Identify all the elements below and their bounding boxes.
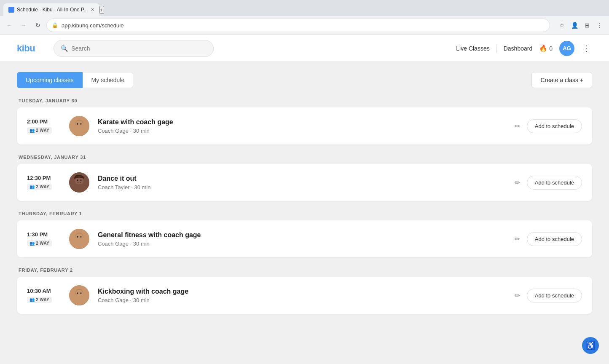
class-time-block: 10:30 AM 👥 2 WAY <box>27 288 61 303</box>
class-type-badge: 👥 2 WAY <box>27 297 52 303</box>
new-tab-button[interactable]: + <box>99 6 105 14</box>
class-type-label: 2 WAY <box>36 185 49 189</box>
svg-point-3 <box>77 123 78 125</box>
class-time: 12:30 PM <box>27 175 61 181</box>
search-bar[interactable]: 🔍 <box>54 40 214 57</box>
tab-title: Schedule - Kibu - All-In-One P... <box>17 7 88 13</box>
edit-class-button[interactable]: ✏ <box>513 233 522 245</box>
class-name: General fitness with coach gage <box>98 231 504 239</box>
logo[interactable]: kibu <box>17 43 35 54</box>
people-icon: 👥 <box>30 241 35 246</box>
class-meta: Coach Gage · 30 min <box>98 241 504 247</box>
class-name: Kickboxing with coach gage <box>98 288 504 295</box>
coach-avatar <box>69 116 89 136</box>
profile-icon[interactable]: 👤 <box>569 19 580 31</box>
fire-badge: 🔥 0 <box>539 44 553 52</box>
svg-point-23 <box>80 292 82 294</box>
add-to-schedule-button[interactable]: Add to schedule <box>527 119 582 133</box>
live-classes-link[interactable]: Live Classes <box>456 45 489 52</box>
section-date-label: THURSDAY, FEBRUARY 1 <box>17 211 592 216</box>
extensions-icon[interactable]: ⊞ <box>581 19 593 31</box>
class-type-badge: 👥 2 WAY <box>27 184 52 190</box>
fire-icon: 🔥 <box>539 44 547 52</box>
class-time: 2:00 PM <box>27 118 61 125</box>
lock-icon: 🔒 <box>52 22 58 28</box>
more-options-icon[interactable]: ⋮ <box>594 19 606 31</box>
schedule-section: TUESDAY, JANUARY 30 2:00 PM 👥 2 WAY <box>17 98 592 145</box>
class-info: Kickboxing with coach gage Coach Gage · … <box>98 288 504 303</box>
browser-right-controls: ☆ 👤 ⊞ ⋮ <box>556 19 606 31</box>
accessibility-icon: ♿ <box>586 341 595 350</box>
section-date-label: TUESDAY, JANUARY 30 <box>17 98 592 103</box>
header-right: Live Classes Dashboard 🔥 0 AG ⋮ <box>456 41 592 56</box>
add-to-schedule-button[interactable]: Add to schedule <box>527 232 582 246</box>
address-bar[interactable]: 🔒 app.kibuhq.com/schedule <box>46 19 550 32</box>
search-input[interactable] <box>71 45 207 52</box>
dashboard-link[interactable]: Dashboard <box>504 45 533 52</box>
schedule-section: THURSDAY, FEBRUARY 1 1:30 PM 👥 2 WAY <box>17 211 592 257</box>
back-button[interactable]: ← <box>3 19 15 31</box>
page-actions: Upcoming classes My schedule Create a cl… <box>17 72 592 88</box>
edit-class-button[interactable]: ✏ <box>513 120 522 132</box>
class-card: 10:30 AM 👥 2 WAY Kickboxing with coach g… <box>17 277 592 314</box>
header-menu-button[interactable]: ⋮ <box>581 42 592 55</box>
svg-point-11 <box>74 184 84 190</box>
search-icon: 🔍 <box>61 45 68 52</box>
tab-my-schedule[interactable]: My schedule <box>83 72 134 88</box>
class-meta: Coach Tayler · 30 min <box>98 184 504 190</box>
svg-point-16 <box>80 236 82 238</box>
app-header: kibu 🔍 Live Classes Dashboard 🔥 0 AG ⋮ <box>0 35 609 62</box>
tab-bar: Schedule - Kibu - All-In-One P... ✕ + <box>0 0 609 16</box>
class-time-block: 2:00 PM 👥 2 WAY <box>27 118 61 134</box>
active-tab[interactable]: Schedule - Kibu - All-In-One P... ✕ <box>3 3 99 16</box>
create-class-button[interactable]: Create a class + <box>531 72 592 88</box>
section-date-label: WEDNESDAY, JANUARY 31 <box>17 155 592 160</box>
coach-avatar <box>69 172 89 193</box>
schedule-section: FRIDAY, FEBRUARY 2 10:30 AM 👥 2 WAY <box>17 268 592 314</box>
class-time-block: 1:30 PM 👥 2 WAY <box>27 231 61 246</box>
schedule-section: WEDNESDAY, JANUARY 31 12:30 PM 👥 2 WAY D… <box>17 155 592 201</box>
accessibility-button[interactable]: ♿ <box>582 337 599 354</box>
svg-point-10 <box>80 179 82 181</box>
browser-controls: ← → ↻ 🔒 app.kibuhq.com/schedule ☆ 👤 ⊞ ⋮ <box>0 16 609 35</box>
edit-class-button[interactable]: ✏ <box>513 177 522 188</box>
avatar[interactable]: AG <box>559 41 574 56</box>
class-card: 1:30 PM 👥 2 WAY General fitness with coa… <box>17 220 592 257</box>
page-tab-buttons: Upcoming classes My schedule <box>17 72 133 88</box>
svg-point-15 <box>77 236 78 238</box>
class-type-label: 2 WAY <box>36 128 49 133</box>
class-time: 10:30 AM <box>27 288 61 294</box>
section-date-label: FRIDAY, FEBRUARY 2 <box>17 268 592 273</box>
browser-chrome: Schedule - Kibu - All-In-One P... ✕ + ← … <box>0 0 609 35</box>
class-meta: Coach Gage · 30 min <box>98 128 504 134</box>
add-to-schedule-button[interactable]: Add to schedule <box>527 176 582 190</box>
url-display: app.kibuhq.com/schedule <box>62 22 123 29</box>
class-time-block: 12:30 PM 👥 2 WAY <box>27 175 61 190</box>
class-card: 2:00 PM 👥 2 WAY Karate with coach gage <box>17 107 592 145</box>
class-info: General fitness with coach gage Coach Ga… <box>98 231 504 247</box>
svg-point-9 <box>77 179 78 181</box>
tab-upcoming-classes[interactable]: Upcoming classes <box>17 72 83 88</box>
class-type-badge: 👥 2 WAY <box>27 240 52 246</box>
people-icon: 👥 <box>30 128 35 133</box>
people-icon: 👥 <box>30 185 35 189</box>
coach-avatar <box>69 285 89 305</box>
reload-button[interactable]: ↻ <box>32 19 44 31</box>
class-type-badge: 👥 2 WAY <box>27 127 52 134</box>
tab-favicon <box>8 7 14 13</box>
schedule-container: TUESDAY, JANUARY 30 2:00 PM 👥 2 WAY <box>17 98 592 314</box>
people-icon: 👥 <box>30 297 35 302</box>
create-class-label: Create a class + <box>540 77 583 83</box>
avatar-initials: AG <box>563 45 571 51</box>
class-actions: ✏ Add to schedule <box>513 176 582 190</box>
class-actions: ✏ Add to schedule <box>513 289 582 302</box>
edit-class-button[interactable]: ✏ <box>513 290 522 301</box>
nav-divider <box>496 44 497 53</box>
class-name: Karate with coach gage <box>98 118 504 126</box>
bookmark-icon[interactable]: ☆ <box>556 19 568 31</box>
class-actions: ✏ Add to schedule <box>513 232 582 246</box>
add-to-schedule-button[interactable]: Add to schedule <box>527 289 582 302</box>
class-actions: ✏ Add to schedule <box>513 119 582 133</box>
tab-close-btn[interactable]: ✕ <box>91 7 94 13</box>
forward-button[interactable]: → <box>18 19 30 31</box>
